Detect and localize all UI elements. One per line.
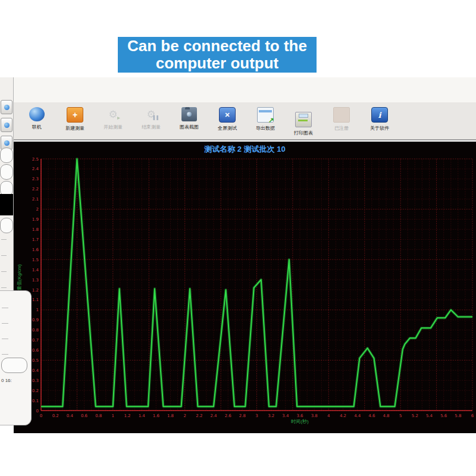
pill-button[interactable]: [1, 358, 27, 373]
toolbar-button-label: 图表截图: [180, 124, 199, 130]
y-tick-label: 2.4: [32, 167, 39, 171]
list-row-divider: [2, 308, 8, 308]
y-tick-label: 1.2: [32, 288, 39, 293]
left-bottom-panel: 0 16:: [0, 290, 32, 425]
list-row-divider: [1, 287, 7, 288]
pill-button[interactable]: [0, 164, 13, 180]
y-tick-label: 1.3: [32, 278, 39, 283]
toolbar-button-chart-snapshot[interactable]: 图表截图: [174, 102, 204, 130]
promo-banner-text: Can be connected to the computer output: [120, 37, 314, 72]
x-tick-label: 4.4: [354, 414, 361, 418]
x-tick-label: 3.2: [268, 414, 274, 418]
toolbar-button-label: 关于软件: [370, 125, 389, 131]
y-tick-label: 0.9: [32, 318, 39, 322]
y-tick-label: 1.8: [32, 227, 39, 232]
y-tick-label: 0.4: [32, 368, 39, 373]
printer-icon: [295, 112, 312, 127]
x-tick-label: 1.2: [124, 414, 130, 418]
x-tick-label: 1: [112, 414, 114, 418]
mini-toolbar-button[interactable]: [1, 100, 12, 114]
toolbar-button-registered: 已注册: [327, 102, 356, 131]
toolbar-button-label: 打印图表: [294, 130, 313, 136]
panel-partial-text: 0 16:: [1, 378, 12, 383]
x-tick-label: 0.6: [81, 414, 88, 418]
x-tick-label: 3.4: [282, 414, 289, 418]
toolbar-button-label: 结束测量: [142, 124, 161, 130]
black-display-box: [0, 194, 13, 215]
x-tick-label: 4: [327, 414, 330, 418]
fullscreen-icon: [219, 107, 236, 123]
export-arrow-icon: [257, 107, 274, 123]
x-tick-label: 5.8: [455, 414, 461, 418]
y-tick-label: 0.1: [32, 399, 39, 403]
left-window-strip: [0, 77, 14, 292]
x-tick-label: 4.6: [368, 414, 375, 418]
y-tick-label: 1.4: [32, 268, 39, 273]
x-tick-label: 2.4: [210, 414, 217, 418]
toolbar-button-label: 新建测量: [65, 125, 84, 131]
pill-button[interactable]: [0, 148, 13, 163]
toolbar-button-start-measure: 开始测量: [98, 102, 128, 130]
x-tick-label: 0.8: [95, 414, 102, 418]
toolbar-button-end-measure: 结束测量: [136, 102, 166, 130]
x-tick-label: 3: [255, 414, 258, 418]
x-tick-label: 4.2: [340, 414, 346, 418]
y-tick-label: 2.1: [32, 197, 39, 202]
toolbar-button-new-measure[interactable]: 新建测量: [60, 102, 90, 131]
y-tick-label: 2.3: [32, 177, 39, 181]
toolbar-button-label: 导出数据: [256, 125, 275, 131]
info-icon: [371, 107, 388, 123]
x-tick-label: 0: [40, 414, 42, 418]
y-tick-label: 2.2: [32, 187, 39, 192]
toolbar-button-export-data[interactable]: 导出数据: [250, 102, 280, 131]
toolbar-button-label: 全屏测试: [218, 125, 237, 131]
toolbar-button-label: 联机: [32, 124, 42, 130]
license-icon: [333, 107, 350, 123]
x-tick-label: 2: [183, 414, 186, 418]
x-tick-label: 5.2: [412, 414, 418, 418]
y-tick-label: 1.9: [32, 217, 39, 222]
y-tick-label: 0.3: [32, 378, 39, 383]
y-tick-label: 1: [36, 308, 39, 312]
y-tick-label: 1.5: [32, 258, 39, 262]
list-row-divider: [1, 271, 7, 272]
x-tick-label: 4.8: [383, 414, 389, 418]
x-tick-label: 3.6: [296, 414, 303, 418]
x-tick-label: 2.8: [239, 414, 246, 418]
y-tick-label: 1.6: [32, 248, 39, 252]
x-tick-label: 1.8: [167, 414, 174, 418]
x-tick-label: 0.2: [52, 414, 59, 418]
y-tick-label: 1.7: [32, 237, 39, 242]
y-tick-label: 1.1: [32, 298, 39, 302]
x-tick-label: 0.4: [67, 414, 74, 418]
y-tick-label: 2: [36, 207, 39, 212]
y-tick-label: 0.8: [32, 328, 39, 333]
x-tick-label: 2.2: [196, 414, 202, 418]
x-tick-label: 6: [471, 414, 474, 418]
x-tick-label: 1.4: [139, 414, 146, 418]
toolbar-button-fullscreen-test[interactable]: 全屏测试: [212, 102, 242, 131]
gears-start-icon: [105, 107, 121, 121]
y-tick-label: 2.5: [32, 157, 39, 162]
list-row-divider: [2, 354, 8, 355]
camera-icon: [181, 107, 197, 121]
toolbar-button-about[interactable]: 关于软件: [365, 102, 394, 131]
x-tick-label: 1.6: [153, 414, 160, 418]
mini-toolbar-button[interactable]: [1, 118, 12, 132]
pill-button[interactable]: [0, 218, 13, 233]
x-tick-label: 2.6: [225, 414, 232, 418]
gears-stop-icon: [143, 107, 159, 121]
y-tick-label: 0.7: [32, 338, 39, 343]
window-top-area: [14, 77, 476, 103]
x-tick-label: 5.4: [426, 414, 433, 418]
toolbar-button-label: 开始测量: [104, 124, 123, 130]
toolbar-button-connect[interactable]: 联机: [22, 102, 52, 130]
measurement-chart-plot: 00.20.40.60.811.21.41.61.822.22.42.62.83…: [14, 142, 476, 433]
toolbar-button-label: 已注册: [334, 125, 349, 131]
measurement-chart: 测试名称 2 测试批次 10 00.20.40.60.811.21.41.61.…: [14, 142, 476, 433]
x-tick-label: 3.8: [311, 414, 318, 418]
list-row-divider: [2, 323, 8, 324]
list-row-divider: [1, 255, 7, 256]
toolbar-button-print-chart[interactable]: 打印图表: [289, 102, 318, 136]
globe-icon: [29, 107, 45, 121]
